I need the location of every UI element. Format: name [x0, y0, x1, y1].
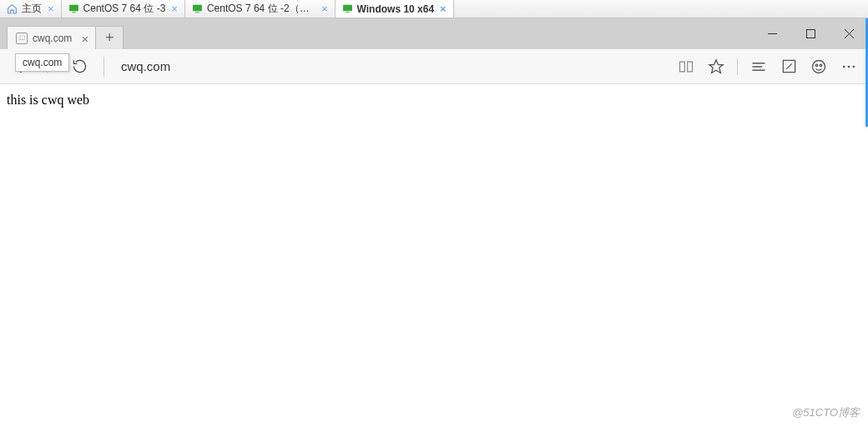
svg-point-17: [820, 64, 822, 67]
vm-tab-home[interactable]: 主页 ×: [0, 0, 62, 18]
notes-button[interactable]: [780, 58, 798, 76]
svg-point-18: [843, 65, 845, 68]
svg-rect-2: [193, 5, 202, 12]
browser-tab-strip: ☐ cwq.com × +: [0, 18, 868, 49]
reading-view-button[interactable]: [677, 58, 695, 76]
page-body: this is cwq web: [0, 84, 868, 116]
watermark: @51CTO博客: [792, 405, 860, 420]
maximize-button[interactable]: [791, 18, 830, 49]
svg-rect-4: [343, 5, 352, 12]
monitor-icon: [342, 3, 353, 14]
separator: [103, 57, 104, 77]
vm-tab-label: 主页: [22, 2, 42, 16]
svg-point-16: [815, 64, 818, 67]
svg-rect-3: [195, 12, 199, 13]
home-icon: [7, 3, 18, 14]
vm-tab-label: Windows 10 x64: [357, 3, 435, 15]
vm-tab-label: CentOS 7 64 位 -2（架构专...: [207, 2, 315, 16]
tab-tooltip: cwq.com: [15, 53, 69, 72]
close-icon[interactable]: ×: [82, 31, 89, 45]
browser-toolbar: [0, 49, 868, 84]
hub-button[interactable]: [749, 58, 768, 76]
new-tab-button[interactable]: +: [95, 26, 124, 49]
close-icon[interactable]: ×: [171, 3, 178, 15]
browser-chrome: ☐ cwq.com × + cwq.com: [0, 18, 868, 84]
svg-rect-7: [806, 30, 815, 38]
guest-window-area: ☐ cwq.com × + cwq.com: [0, 18, 868, 427]
svg-rect-0: [69, 5, 78, 12]
svg-point-19: [848, 65, 850, 68]
favicon-placeholder-icon: ☐: [16, 33, 28, 44]
vm-tab-windows-10[interactable]: Windows 10 x64 ×: [336, 0, 454, 18]
svg-rect-5: [346, 12, 349, 13]
separator: [737, 58, 738, 75]
svg-point-20: [853, 65, 855, 68]
browser-tab[interactable]: ☐ cwq.com ×: [7, 26, 96, 49]
address-bar[interactable]: [119, 56, 665, 77]
share-button[interactable]: [810, 58, 828, 76]
browser-tab-title: cwq.com: [33, 33, 72, 44]
window-controls: [753, 18, 868, 49]
close-window-button[interactable]: [830, 18, 868, 49]
monitor-icon: [68, 3, 79, 14]
refresh-button[interactable]: [70, 58, 88, 76]
more-button[interactable]: [840, 58, 858, 76]
favorites-button[interactable]: [707, 58, 725, 76]
close-icon[interactable]: ×: [321, 3, 328, 15]
vm-tab-label: CentOS 7 64 位 -3: [83, 2, 166, 16]
svg-marker-10: [709, 59, 724, 73]
minimize-button[interactable]: [753, 18, 791, 49]
page-text: this is cwq web: [7, 93, 89, 107]
vm-tab-centos-3[interactable]: CentOS 7 64 位 -3 ×: [62, 0, 185, 18]
vm-tab-centos-2[interactable]: CentOS 7 64 位 -2（架构专... ×: [185, 0, 336, 18]
monitor-icon: [192, 3, 203, 14]
svg-rect-1: [72, 12, 75, 13]
svg-point-15: [813, 60, 825, 73]
toolbar-right: [677, 58, 858, 76]
close-icon[interactable]: ×: [440, 3, 447, 15]
close-icon[interactable]: ×: [48, 3, 54, 15]
vm-tab-strip: 主页 × CentOS 7 64 位 -3 × CentOS 7 64 位 -2…: [0, 0, 868, 18]
